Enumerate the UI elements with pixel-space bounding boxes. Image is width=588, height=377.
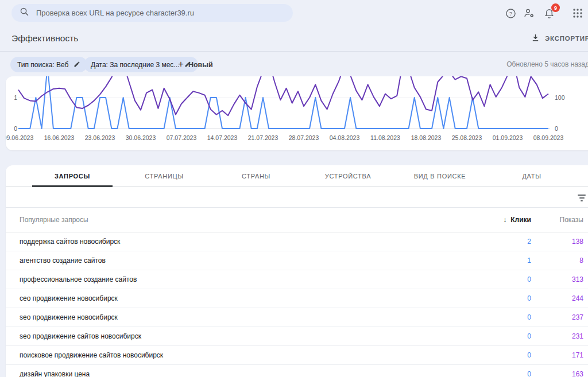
export-button[interactable]: ЭКСПОРТИРОВАТЬ [531,32,588,45]
performance-chart-svg[interactable] [6,76,588,150]
tab-bar: ЗАПРОСЫСТРАНИЦЫСТРАНЫУСТРОЙСТВАВИД В ПОИ… [6,165,588,187]
query-cell: дизайн упаковки цена [20,365,90,377]
performance-chart-card: 1 0 100 0 09.06.202316.06.202323.06.2023… [6,76,588,150]
tab-dates[interactable]: ДАТЫ [486,165,578,186]
table-row[interactable]: сео продвижение новосибирск0244 [6,289,588,308]
clicks-cell: 1 [527,251,531,270]
top-bar: Проверка всех URL на ресурсе character39… [0,0,588,26]
table-body: поддержка сайтов новосибирск2138агентств… [6,232,588,377]
search-placeholder: Проверка всех URL на ресурсе character39… [36,9,194,17]
query-cell: агентство создание сайтов [20,251,106,270]
impressions-cell: 138 [572,232,583,251]
updated-status: Обновлено 5 часов назад [506,60,588,68]
search-icon [20,7,29,19]
table-row[interactable]: seo продвижение сайтов новосибирск0231 [6,327,588,346]
table-filter-row [6,187,588,208]
table-row[interactable]: поддержка сайтов новосибирск2138 [6,232,588,251]
clicks-cell: 0 [527,346,531,365]
help-icon[interactable]: ? [504,6,517,20]
clicks-cell: 0 [527,270,531,289]
query-cell: сео продвижение новосибирск [20,289,118,308]
impressions-cell: 8 [579,251,583,270]
column-header-queries: Популярные запросы [20,208,88,232]
impressions-cell: 313 [572,270,583,289]
page-title: Эффективность [11,33,78,44]
export-label: ЭКСПОРТИРОВАТЬ [545,35,588,42]
query-cell: seo продвижение новосибирск [20,308,118,327]
query-cell: профессиональное создание сайтов [20,270,137,289]
url-inspection-search[interactable]: Проверка всех URL на ресурсе character39… [11,4,293,22]
sort-down-icon: ↓ [503,216,506,224]
impressions-cell: 163 [572,365,583,377]
impressions-cell: 237 [572,308,583,327]
tab-queries[interactable]: ЗАПРОСЫ [26,165,118,186]
column-header-clicks[interactable]: ↓Клики [503,208,531,232]
table-row[interactable]: профессиональное создание сайтов0313 [6,270,588,289]
tab-search-appearance[interactable]: ВИД В ПОИСКЕ [394,165,486,186]
header-divider [0,51,588,52]
search-type-label: Тип поиска: Веб [17,61,68,69]
download-icon [531,33,540,44]
impressions-cell: 171 [572,346,583,365]
clicks-cell: 0 [527,327,531,346]
filter-list-icon[interactable] [577,193,587,202]
edit-pencil-icon [74,60,80,70]
search-type-chip[interactable]: Тип поиска: Веб [10,57,87,72]
table-header-row: Популярные запросы ↓Клики Показы [6,208,588,232]
tab-devices[interactable]: УСТРОЙСТВА [302,165,394,186]
query-cell: поддержка сайтов новосибирск [20,232,120,251]
user-settings-icon[interactable] [523,6,536,20]
table-row[interactable]: seo продвижение новосибирск0237 [6,308,588,327]
apps-grid-icon[interactable] [571,6,585,20]
notifications-icon[interactable]: 9 [542,6,556,20]
tab-pages[interactable]: СТРАНИЦЫ [118,165,210,186]
new-filter-button[interactable]: + Новый [178,57,213,72]
plus-icon: + [178,59,184,69]
dimensions-table-card: ЗАПРОСЫСТРАНИЦЫСТРАНЫУСТРОЙСТВАВИД В ПОИ… [6,165,588,377]
svg-text:?: ? [509,10,512,17]
clicks-cell: 0 [527,289,531,308]
new-filter-label: Новый [188,61,213,69]
clicks-cell: 2 [527,232,531,251]
column-header-impressions[interactable]: Показы [560,208,583,232]
notification-badge: 9 [551,3,560,12]
table-row[interactable]: дизайн упаковки цена0163 [6,365,588,377]
impressions-cell: 244 [572,289,583,308]
table-row[interactable]: поисковое продвижение сайтов новосибирск… [6,346,588,365]
query-cell: seo продвижение сайтов новосибирск [20,327,141,346]
date-range-label: Дата: За последние 3 мес... [91,61,179,69]
tab-countries[interactable]: СТРАНЫ [210,165,302,186]
clicks-cell: 0 [527,365,531,377]
clicks-cell: 0 [527,308,531,327]
query-cell: поисковое продвижение сайтов новосибирск [20,346,163,365]
impressions-cell: 231 [572,327,583,346]
table-row[interactable]: агентство создание сайтов18 [6,251,588,270]
